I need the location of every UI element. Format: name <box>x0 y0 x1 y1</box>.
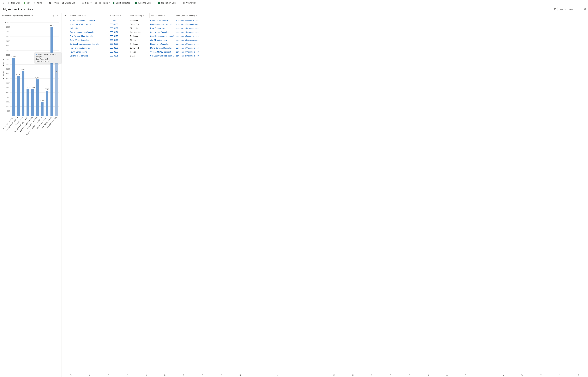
table-row[interactable]: Adventure Works (sample)555-0152Santa Cr… <box>61 22 588 26</box>
alpha-filter-g[interactable]: G <box>212 373 231 377</box>
cell-email[interactable]: someone_j@example.com <box>175 39 588 41</box>
email-link-button[interactable]: Email a Link <box>60 0 77 5</box>
cell-account-name[interactable]: A. Datum Corporation (sample) <box>69 19 109 21</box>
new-button[interactable]: New <box>22 0 32 5</box>
search-icon[interactable] <box>584 8 586 10</box>
refresh-button[interactable]: Refresh <box>47 0 60 5</box>
delete-split-button[interactable] <box>44 0 47 5</box>
chart-bar[interactable] <box>31 89 34 116</box>
alpha-filter-c[interactable]: C <box>137 373 155 377</box>
cell-main-phone[interactable]: 555-0151 <box>109 55 129 57</box>
alpha-filter-all[interactable]: All <box>61 373 80 377</box>
cell-account-name[interactable]: Adventure Works (sample) <box>69 23 109 25</box>
cell-primary-contact[interactable]: Jim Glynn (sample) <box>149 39 175 41</box>
alpha-filter-l[interactable]: L <box>306 373 325 377</box>
flow-button[interactable]: Flow <box>81 0 93 5</box>
cell-main-phone[interactable]: 555-0152 <box>109 23 129 25</box>
cell-primary-contact[interactable]: Rene Valdes (sample) <box>149 19 175 21</box>
cell-email[interactable]: someone_e@example.com <box>175 31 588 33</box>
column-header-account-name[interactable]: Account Name <box>69 13 109 18</box>
alpha-filter-v[interactable]: V <box>494 373 513 377</box>
cell-account-name[interactable]: Blue Yonder Airlines (sample) <box>69 31 109 33</box>
cell-account-name[interactable]: Alpine Ski House <box>69 27 109 29</box>
alpha-filter-p[interactable]: P <box>381 373 400 377</box>
email-link-split-button[interactable] <box>77 0 81 5</box>
column-header-main-phone[interactable]: Main Phone <box>109 13 129 18</box>
cell-email[interactable]: someone_i@example.com <box>175 19 588 21</box>
cell-account-name[interactable]: Litware, Inc. (sample) <box>69 55 109 57</box>
excel-templates-button[interactable]: X Excel Templates <box>111 0 134 5</box>
cell-main-phone[interactable]: 555-0156 <box>109 43 129 45</box>
cell-email[interactable]: someone_h@example.com <box>175 27 588 29</box>
import-excel-split-button[interactable] <box>178 0 182 5</box>
cell-account-name[interactable]: Coho Winery (sample) <box>69 39 109 41</box>
cell-primary-contact[interactable]: Paul Cannon (sample) <box>149 27 175 29</box>
table-row[interactable]: A. Datum Corporation (sample)555-0158Red… <box>61 18 588 22</box>
cell-primary-contact[interactable]: Susanna Stubberod (sample) <box>149 55 175 57</box>
cell-primary-contact[interactable]: Nancy Anderson (sample) <box>149 23 175 25</box>
chart-close-button[interactable] <box>56 14 60 18</box>
alpha-filter-#[interactable]: # <box>80 373 99 377</box>
table-row[interactable]: Litware, Inc. (sample)555-0151DallasSusa… <box>61 54 588 58</box>
create-view-button[interactable]: Create view <box>182 0 198 5</box>
search-box[interactable] <box>558 7 585 12</box>
cell-main-phone[interactable]: 555-0154 <box>109 31 129 33</box>
alpha-filter-h[interactable]: H <box>231 373 250 377</box>
cell-email[interactable]: someone_a@example.com <box>175 51 588 53</box>
cell-primary-contact[interactable]: Sidney Higa (sample) <box>149 31 175 33</box>
cell-main-phone[interactable]: 555-0158 <box>109 19 129 21</box>
chart-bar[interactable] <box>26 89 29 116</box>
alpha-filter-q[interactable]: Q <box>400 373 419 377</box>
cell-account-name[interactable]: Contoso Pharmaceuticals (sample) <box>69 43 109 45</box>
back-button[interactable] <box>0 0 6 5</box>
cell-main-phone[interactable]: 555-0150 <box>109 51 129 53</box>
alpha-filter-k[interactable]: K <box>287 373 306 377</box>
alpha-filter-t[interactable]: T <box>457 373 475 377</box>
alpha-filter-n[interactable]: N <box>344 373 363 377</box>
cell-primary-contact[interactable]: Robert Lyon (sample) <box>149 43 175 45</box>
chart-bar[interactable] <box>55 60 58 116</box>
alpha-filter-e[interactable]: E <box>174 373 193 377</box>
cell-email[interactable]: someone_d@example.com <box>175 47 588 49</box>
cell-primary-contact[interactable]: Scott Konersmann (sample) <box>149 35 175 37</box>
table-row[interactable]: Coho Winery (sample)555-0159PhoenixJim G… <box>61 38 588 42</box>
cell-email[interactable]: someone_b@example.com <box>175 55 588 57</box>
cell-main-phone[interactable]: 555-0153 <box>109 47 129 49</box>
alpha-filter-r[interactable]: R <box>419 373 438 377</box>
cell-account-name[interactable]: City Power & Light (sample) <box>69 35 109 37</box>
alpha-filter-a[interactable]: A <box>99 373 118 377</box>
export-excel-button[interactable]: X Export to Excel <box>134 0 153 5</box>
alpha-filter-o[interactable]: O <box>362 373 381 377</box>
export-excel-split-button[interactable] <box>153 0 157 5</box>
alpha-filter-f[interactable]: F <box>193 373 212 377</box>
view-selector[interactable]: My Active Accounts <box>3 8 34 11</box>
chart-bar[interactable] <box>46 91 48 116</box>
chart-bar[interactable] <box>17 76 20 116</box>
delete-button[interactable]: Delete <box>32 0 44 5</box>
alpha-filter-x[interactable]: X <box>532 373 551 377</box>
cell-account-name[interactable]: Fourth Coffee (sample) <box>69 51 109 53</box>
column-header-email[interactable]: Email (Primary Contact) <box>175 13 588 18</box>
chart-bar[interactable] <box>22 71 24 116</box>
cell-account-name[interactable]: Fabrikam, Inc. (sample) <box>69 47 109 49</box>
chart-bar[interactable] <box>41 102 44 116</box>
cell-main-phone[interactable]: 555-0159 <box>109 39 129 41</box>
chart-bar[interactable] <box>36 79 39 116</box>
alpha-filter-y[interactable]: Y <box>550 373 569 377</box>
table-row[interactable]: City Power & Light (sample)555-0155Redmo… <box>61 34 588 38</box>
alpha-filter-b[interactable]: B <box>118 373 137 377</box>
alpha-filter-w[interactable]: W <box>513 373 532 377</box>
search-input[interactable] <box>559 8 583 10</box>
run-report-button[interactable]: Run Report <box>93 0 111 5</box>
cell-main-phone[interactable]: 555-0155 <box>109 35 129 37</box>
cell-primary-contact[interactable]: Maria Campbell (sample) <box>149 47 175 49</box>
cell-main-phone[interactable]: 555-0157 <box>109 27 129 29</box>
chart-bar[interactable] <box>12 58 15 116</box>
import-excel-button[interactable]: X Import from Excel <box>157 0 178 5</box>
chart-more-button[interactable] <box>51 14 56 18</box>
table-row[interactable]: Alpine Ski House555-0157MissoulaPaul Can… <box>61 26 588 30</box>
alpha-filter-d[interactable]: D <box>155 373 175 377</box>
select-all-column[interactable] <box>61 15 69 17</box>
bar-chart[interactable]: 05001,0001,5002,0002,5003,0003,5004,0004… <box>1 20 60 377</box>
column-header-primary-contact[interactable]: Primary Contact <box>149 13 175 18</box>
